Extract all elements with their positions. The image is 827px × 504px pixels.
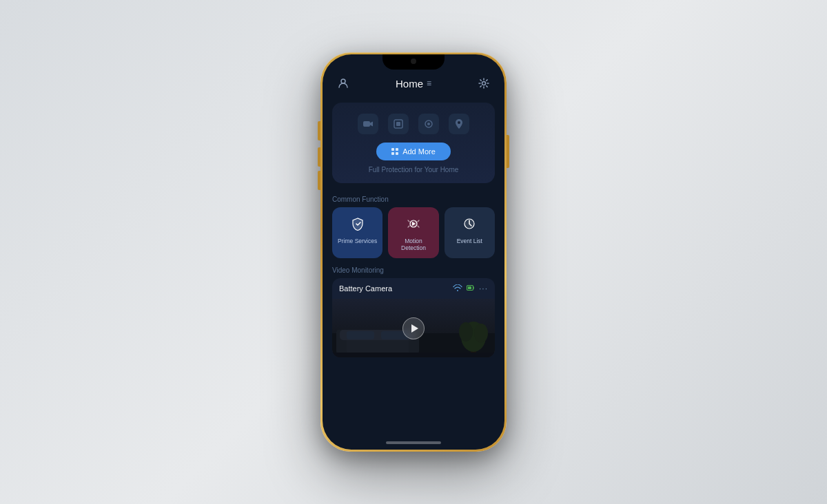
svg-point-23 bbox=[459, 322, 473, 342]
event-list-label: Event List bbox=[457, 238, 482, 244]
video-section: Battery Camera bbox=[323, 278, 504, 357]
svg-point-10 bbox=[457, 290, 458, 291]
prime-services-icon bbox=[348, 214, 367, 233]
video-thumbnail[interactable] bbox=[332, 299, 495, 357]
hub-device-icon bbox=[388, 114, 409, 134]
svg-point-0 bbox=[341, 79, 345, 83]
camera-name: Battery Camera bbox=[339, 284, 392, 293]
user-icon[interactable] bbox=[336, 76, 350, 90]
prime-services-tile[interactable]: Prime Services bbox=[332, 207, 382, 258]
settings-icon[interactable] bbox=[477, 76, 491, 90]
svg-point-1 bbox=[482, 82, 486, 85]
motion-detection-tile[interactable]: Motion Detection bbox=[388, 207, 438, 258]
camera-device-icon bbox=[358, 114, 378, 134]
battery-icon bbox=[467, 284, 475, 293]
event-list-tile[interactable]: Event List bbox=[445, 207, 495, 258]
header-title: Home ≡ bbox=[396, 78, 431, 90]
sensor-device-icon bbox=[418, 114, 439, 134]
menu-icon: ≡ bbox=[427, 78, 431, 88]
motion-detection-icon bbox=[404, 214, 423, 233]
common-function-row: Prime Services Motion Detection bbox=[323, 207, 504, 258]
hero-section: Add More Full Protection for Your Home bbox=[332, 103, 495, 183]
prime-services-label: Prime Services bbox=[338, 238, 377, 244]
notch-camera bbox=[411, 59, 416, 64]
location-device-icon bbox=[449, 114, 469, 134]
camera-card[interactable]: Battery Camera bbox=[332, 278, 495, 357]
video-monitoring-label: Video Monitoring bbox=[323, 260, 504, 278]
svg-point-24 bbox=[474, 324, 488, 343]
hero-subtitle: Full Protection for Your Home bbox=[369, 166, 459, 174]
phone-frame: Home ≡ bbox=[320, 52, 507, 452]
play-button[interactable] bbox=[402, 317, 425, 339]
wifi-icon bbox=[453, 284, 462, 293]
more-options-icon[interactable]: ··· bbox=[479, 284, 488, 293]
add-more-button[interactable]: Add More bbox=[376, 143, 451, 160]
svg-rect-2 bbox=[363, 121, 370, 127]
screen-content: Home ≡ bbox=[323, 54, 504, 450]
svg-point-7 bbox=[458, 121, 460, 124]
common-function-label: Common Function bbox=[323, 189, 504, 207]
home-indicator bbox=[386, 441, 441, 444]
svg-rect-4 bbox=[396, 122, 400, 126]
svg-rect-19 bbox=[347, 331, 374, 339]
svg-rect-25 bbox=[332, 353, 495, 357]
grid-icon bbox=[391, 148, 398, 155]
svg-point-6 bbox=[427, 123, 430, 125]
event-list-icon bbox=[460, 214, 479, 233]
play-triangle-icon bbox=[411, 324, 418, 333]
phone-screen: Home ≡ bbox=[323, 54, 504, 450]
camera-icons: ··· bbox=[453, 284, 488, 293]
camera-card-header: Battery Camera bbox=[332, 278, 495, 299]
motion-detection-label: Motion Detection bbox=[394, 238, 433, 251]
device-icons-row bbox=[358, 114, 469, 134]
svg-rect-12 bbox=[468, 286, 471, 289]
